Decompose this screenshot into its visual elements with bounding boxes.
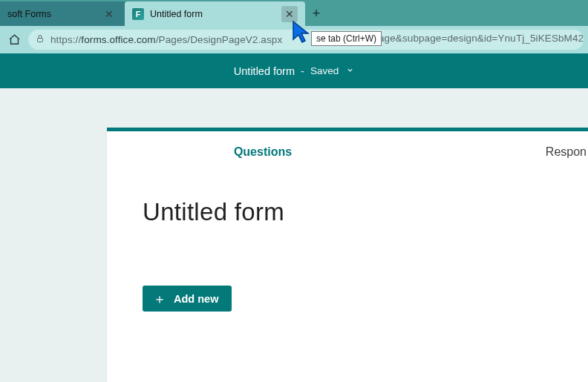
new-tab-button[interactable]: + bbox=[305, 1, 327, 26]
tab-bar-fill bbox=[327, 1, 588, 26]
browser-tab-active[interactable]: F Untitled form ✕ bbox=[125, 1, 305, 26]
form-tabs: Questions Respon bbox=[107, 131, 588, 173]
browser-tab-bar: soft Forms ✕ F Untitled form ✕ + bbox=[0, 0, 588, 26]
tooltip: se tab (Ctrl+W) bbox=[311, 31, 382, 46]
url-tail: age&subpage=design&id=YnuTj_5iKESbM42 bbox=[379, 33, 584, 44]
lock-icon bbox=[36, 34, 45, 45]
add-new-button[interactable]: ＋ Add new bbox=[143, 286, 232, 312]
tab-questions[interactable]: Questions bbox=[107, 131, 419, 172]
save-status: Saved bbox=[310, 65, 339, 76]
tab-label: Untitled form bbox=[150, 9, 275, 19]
dash: - bbox=[301, 65, 304, 77]
url-text: https://forms.office.com/Pages/DesignPag… bbox=[50, 34, 282, 45]
forms-favicon-icon: F bbox=[132, 8, 144, 20]
plus-icon: ＋ bbox=[153, 290, 166, 308]
close-icon[interactable]: ✕ bbox=[101, 6, 117, 22]
add-new-label: Add new bbox=[174, 293, 218, 305]
browser-tab[interactable]: soft Forms ✕ bbox=[0, 1, 125, 26]
chevron-down-icon[interactable] bbox=[346, 66, 354, 76]
form-name[interactable]: Untitled form bbox=[234, 65, 295, 77]
svg-rect-0 bbox=[38, 39, 43, 42]
close-icon[interactable]: ✕ bbox=[281, 6, 298, 22]
form-title[interactable]: Untitled form bbox=[143, 198, 552, 226]
home-icon[interactable] bbox=[4, 30, 24, 50]
tab-responses[interactable]: Respon bbox=[419, 131, 588, 172]
workspace: Questions Respon Untitled form ＋ Add new bbox=[0, 88, 588, 382]
form-body: Untitled form ＋ Add new bbox=[107, 173, 588, 332]
app-header: Untitled form - Saved bbox=[0, 53, 588, 88]
tab-label: soft Forms bbox=[7, 9, 95, 19]
form-card: Questions Respon Untitled form ＋ Add new bbox=[107, 128, 588, 382]
